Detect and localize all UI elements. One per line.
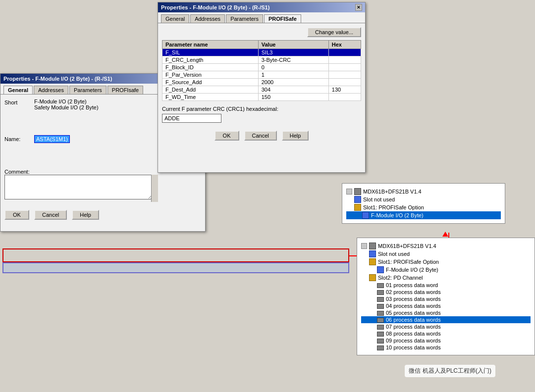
tab-front-parameters[interactable]: Parameters [226, 14, 263, 23]
short-line1: F-Module I/O (2 Byte) [34, 98, 99, 104]
tree-item-label: Slot1: PROFISafe Option [378, 259, 439, 265]
tree-bottom-item[interactable]: Slot not used [361, 250, 531, 258]
props-front-ok-btn[interactable]: OK [214, 131, 239, 141]
tree-item-label: 10 process data words [386, 344, 441, 350]
tree-bottom-items: Slot not usedSlot1: PROFISafe OptionF-Mo… [361, 250, 531, 351]
tree-bottom-item[interactable]: 05 process data words [361, 309, 531, 316]
props-front-help-btn[interactable]: Help [282, 131, 309, 141]
tree-bottom-item[interactable]: 03 process data words [361, 295, 531, 302]
tree-item-label: 03 process data words [386, 296, 441, 302]
param-row[interactable]: F_Dest_Add304130 [162, 86, 361, 94]
tree-top-item[interactable]: Slot1: PROFISafe Option [346, 203, 501, 211]
tree-top-device: MDX61B+DFS21B V1.4 [346, 188, 501, 196]
tab-front-addresses[interactable]: Addresses [190, 14, 225, 23]
col-param-name: Parameter name [162, 41, 259, 49]
param-row[interactable]: F_Source_Add2000 [162, 79, 361, 86]
tree-bottom-item[interactable]: 07 process data words [361, 323, 531, 330]
param-row[interactable]: F_Block_ID0 [162, 64, 361, 71]
tree-expand-icon-bottom [361, 243, 367, 249]
props-back-ok-btn[interactable]: OK [4, 210, 29, 220]
tree-icon [377, 266, 384, 273]
device-icon [354, 188, 361, 195]
tree-top-items: Slot not usedSlot1: PROFISafe OptionF-Mo… [346, 196, 501, 219]
param-value: 304 [258, 86, 328, 94]
tree-item-label: F-Module I/O (2 Byte) [386, 267, 438, 273]
tree-top-item[interactable]: Slot not used [346, 196, 501, 203]
param-name: F_Source_Add [162, 79, 259, 86]
short-line2: Safety Module I/O (2 Byte) [34, 104, 99, 110]
tree-bottom-item[interactable]: Slot1: PROFISafe Option [361, 258, 531, 266]
tree-icon [377, 325, 384, 330]
change-value-row: Change value... [162, 27, 361, 37]
device-icon-bottom [369, 243, 376, 249]
param-row[interactable]: F_CRC_Length3-Byte-CRC [162, 56, 361, 64]
comment-textarea[interactable] [4, 175, 153, 199]
param-value: 1 [258, 71, 328, 79]
arrow-indicator [442, 232, 448, 237]
tree-top-item[interactable]: F-Module I/O (2 Byte) [346, 211, 501, 219]
tree-item-label: F-Module I/O (2 Byte) [371, 212, 424, 218]
tree-bottom-item[interactable]: 02 process data words [361, 289, 531, 295]
param-row[interactable]: F_WD_Time150 [162, 94, 361, 101]
blue-highlight-rect [2, 262, 349, 273]
tree-expand-icon [346, 189, 352, 195]
tree-item-label: 04 process data words [386, 303, 441, 309]
tree-item-label: Slot not used [378, 251, 410, 257]
tab-parameters[interactable]: Parameters [69, 86, 107, 94]
tree-bottom-item[interactable]: 01 process data word [361, 282, 531, 289]
tree-panel-top: MDX61B+DFS21B V1.4 Slot not usedSlot1: P… [342, 183, 505, 224]
col-hex: Hex [328, 41, 361, 49]
tab-general[interactable]: General [3, 86, 33, 94]
tree-bottom-device-label[interactable]: MDX61B+DFS21B V1.4 [378, 243, 436, 249]
param-value: 150 [258, 94, 328, 101]
param-value: 0 [258, 64, 328, 71]
param-name: F_SIL [162, 49, 259, 56]
param-value: 2000 [258, 79, 328, 86]
param-row[interactable]: F_SILSIL3 [162, 49, 361, 56]
props-back-buttons: OK Cancel Help [4, 210, 201, 220]
param-value: 3-Byte-CRC [258, 56, 328, 64]
tree-bottom-item[interactable]: F-Module I/O (2 Byte) [361, 266, 531, 274]
tree-bottom-item[interactable]: Slot2: PD Channel [361, 274, 531, 282]
props-front-buttons: OK Cancel Help [162, 131, 361, 141]
tree-item-label: Slot2: PD Channel [378, 275, 423, 281]
param-row[interactable]: F_Par_Version1 [162, 71, 361, 79]
name-field[interactable]: ASTA(S1M1) [34, 135, 70, 143]
tree-item-label: 08 process data words [386, 331, 441, 337]
props-front-cancel-btn[interactable]: Cancel [244, 131, 277, 141]
crc-field: ADDE [162, 114, 221, 123]
comment-scrollbar[interactable] [151, 175, 158, 202]
param-hex [328, 94, 361, 101]
tree-icon [377, 297, 384, 302]
tree-icon [377, 304, 384, 309]
short-label: Short [4, 98, 34, 105]
tree-icon [377, 283, 384, 288]
tree-bottom-item[interactable]: 09 process data words [361, 337, 531, 344]
tab-front-general[interactable]: General [161, 14, 189, 23]
tree-bottom-item[interactable]: 06 process data words [361, 316, 531, 323]
param-table: Parameter name Value Hex F_SILSIL3F_CRC_… [162, 40, 361, 101]
crc-label: Current F parameter CRC (CRC1) hexadecim… [162, 106, 361, 112]
watermark: 微信 机器人及PLC工程师(入门) [405, 365, 495, 377]
tab-front-profisafe[interactable]: PROFISafe [264, 14, 301, 23]
props-front-close-btn[interactable]: ✕ [355, 4, 362, 11]
tree-bottom-item[interactable]: 10 process data words [361, 344, 531, 351]
tree-item-label: 05 process data words [386, 310, 441, 316]
tree-bottom-device: MDX61B+DFS21B V1.4 [361, 242, 531, 250]
tree-item-label: Slot not used [363, 196, 395, 202]
tree-icon [377, 332, 384, 337]
param-value: SIL3 [258, 49, 328, 56]
tab-addresses[interactable]: Addresses [34, 86, 68, 94]
props-front-title: Properties - F-Module I/O (2 Byte) - (R-… [161, 4, 269, 10]
tab-profisafe[interactable]: PROFIsafe [107, 86, 143, 94]
change-value-btn[interactable]: Change value... [307, 27, 361, 37]
tree-icon [369, 258, 376, 265]
tree-top-device-label[interactable]: MDX61B+DFS21B V1.4 [363, 189, 422, 195]
props-window-front: Properties - F-Module I/O (2 Byte) - (R-… [158, 2, 366, 173]
props-front-tabs: General Addresses Parameters PROFISafe [158, 12, 365, 23]
props-back-cancel-btn[interactable]: Cancel [34, 210, 67, 220]
props-back-help-btn[interactable]: Help [72, 210, 99, 220]
props-front-content: Change value... Parameter name Value Hex… [158, 23, 365, 145]
tree-bottom-item[interactable]: 04 process data words [361, 302, 531, 309]
tree-bottom-item[interactable]: 08 process data words [361, 330, 531, 337]
